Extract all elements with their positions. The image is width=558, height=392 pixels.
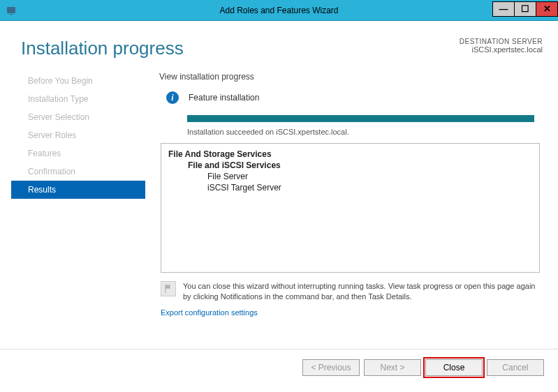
next-button: Next > — [364, 359, 421, 376]
sidebar-item-confirmation: Confirmation — [20, 163, 145, 181]
progress-bar — [187, 115, 534, 122]
close-window-button[interactable]: ✕ — [536, 1, 558, 17]
window-title: Add Roles and Features Wizard — [219, 6, 338, 15]
content-area: Installation progress DESTINATION SERVER… — [0, 21, 558, 349]
result-item-lvl0: File And Storage Services — [168, 149, 532, 159]
sidebar: Before You Begin Installation Type Serve… — [20, 72, 145, 349]
titlebar: Add Roles and Features Wizard — ☐ ✕ — [0, 0, 558, 21]
success-text: Installation succeeded on iSCSI.xpertste… — [159, 128, 540, 136]
previous-button: < Previous — [302, 359, 360, 376]
result-box: File And Storage Services File and iSCSI… — [161, 143, 540, 273]
feature-row: i Feature installation — [159, 91, 540, 104]
sidebar-item-server-roles: Server Roles — [20, 126, 145, 144]
destination-server: iSCSI.xpertstec.local — [460, 45, 543, 54]
destination-block: DESTINATION SERVER iSCSI.xpertstec.local — [460, 38, 547, 54]
svg-rect-0 — [7, 7, 15, 13]
result-item-lvl2a: File Server — [168, 172, 532, 181]
destination-label: DESTINATION SERVER — [460, 38, 543, 45]
sidebar-item-features: Features — [20, 144, 145, 163]
window-controls: — ☐ ✕ — [492, 4, 558, 17]
close-button[interactable]: Close — [425, 359, 483, 376]
app-icon — [6, 5, 17, 16]
footer: < Previous Next > Close Cancel — [0, 349, 558, 386]
feature-label: Feature installation — [189, 93, 259, 103]
export-settings-link[interactable]: Export configuration settings — [161, 308, 540, 317]
minimize-button[interactable]: — — [492, 1, 515, 17]
svg-rect-1 — [9, 14, 13, 15]
result-item-lvl2b: iSCSI Target Server — [168, 183, 532, 193]
sidebar-item-installation-type: Installation Type — [20, 90, 145, 108]
sidebar-item-results[interactable]: Results — [11, 181, 145, 199]
flag-icon — [161, 281, 176, 296]
note-row: You can close this wizard without interr… — [161, 281, 540, 303]
panel-heading: View installation progress — [159, 72, 540, 82]
cancel-button: Cancel — [487, 359, 544, 376]
note-text: You can close this wizard without interr… — [183, 281, 540, 303]
main-row: Before You Begin Installation Type Serve… — [11, 72, 547, 349]
panel: View installation progress i Feature ins… — [145, 72, 547, 349]
page-title: Installation progress — [21, 38, 184, 59]
maximize-button[interactable]: ☐ — [514, 1, 536, 17]
sidebar-item-server-selection: Server Selection — [20, 108, 145, 126]
info-icon: i — [166, 91, 179, 104]
result-item-lvl1: File and iSCSI Services — [168, 160, 532, 170]
sidebar-item-before-you-begin: Before You Begin — [20, 72, 145, 90]
header-row: Installation progress DESTINATION SERVER… — [11, 28, 547, 59]
